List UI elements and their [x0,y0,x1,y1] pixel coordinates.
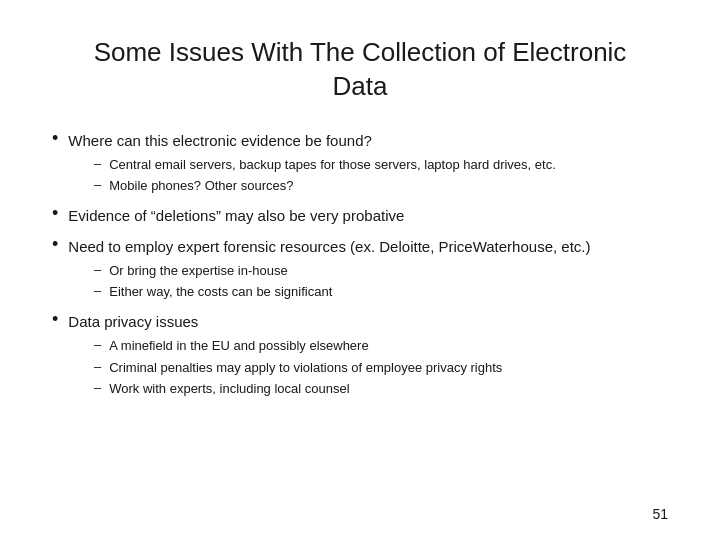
bullet-main-1: • Where can this electronic evidence be … [52,130,668,151]
sub-bullet-4-1: – A minefield in the EU and possibly els… [94,337,668,355]
bullet-item-2: • Evidence of “deletions” may also be ve… [52,205,668,226]
sub-text-1-1: Central email servers, backup tapes for … [109,156,556,174]
sub-bullet-4-3: – Work with experts, including local cou… [94,380,668,398]
sub-bullets-4: – A minefield in the EU and possibly els… [94,337,668,398]
sub-dash-3-2: – [94,283,101,298]
slide-title: Some Issues With The Collection of Elect… [52,36,668,104]
bullet-main-4: • Data privacy issues [52,311,668,332]
slide-content: • Where can this electronic evidence be … [52,130,668,398]
sub-bullets-1: – Central email servers, backup tapes fo… [94,156,668,195]
sub-bullets-3: – Or bring the expertise in-house – Eith… [94,262,668,301]
sub-dash-1-1: – [94,156,101,171]
sub-bullet-3-1: – Or bring the expertise in-house [94,262,668,280]
sub-text-4-2: Criminal penalties may apply to violatio… [109,359,502,377]
bullet-dot-4: • [52,309,58,330]
sub-dash-4-1: – [94,337,101,352]
slide: Some Issues With The Collection of Elect… [0,0,720,540]
bullet-text-2: Evidence of “deletions” may also be very… [68,205,404,226]
bullet-item-3: • Need to employ expert forensic resourc… [52,236,668,301]
sub-bullet-1-1: – Central email servers, backup tapes fo… [94,156,668,174]
bullet-main-3: • Need to employ expert forensic resourc… [52,236,668,257]
sub-dash-4-3: – [94,380,101,395]
bullet-text-1: Where can this electronic evidence be fo… [68,130,372,151]
sub-text-3-1: Or bring the expertise in-house [109,262,287,280]
sub-dash-1-2: – [94,177,101,192]
bullet-text-4: Data privacy issues [68,311,198,332]
sub-bullet-3-2: – Either way, the costs can be significa… [94,283,668,301]
sub-dash-3-1: – [94,262,101,277]
bullet-text-3: Need to employ expert forensic resources… [68,236,590,257]
sub-dash-4-2: – [94,359,101,374]
sub-text-4-3: Work with experts, including local couns… [109,380,349,398]
sub-bullet-1-2: – Mobile phones? Other sources? [94,177,668,195]
page-number: 51 [652,506,668,522]
bullet-dot-2: • [52,203,58,224]
bullet-dot-1: • [52,128,58,149]
bullet-main-2: • Evidence of “deletions” may also be ve… [52,205,668,226]
bullet-item-4: • Data privacy issues – A minefield in t… [52,311,668,398]
sub-bullet-4-2: – Criminal penalties may apply to violat… [94,359,668,377]
sub-text-4-1: A minefield in the EU and possibly elsew… [109,337,368,355]
sub-text-1-2: Mobile phones? Other sources? [109,177,293,195]
bullet-dot-3: • [52,234,58,255]
sub-text-3-2: Either way, the costs can be significant [109,283,332,301]
bullet-item-1: • Where can this electronic evidence be … [52,130,668,195]
